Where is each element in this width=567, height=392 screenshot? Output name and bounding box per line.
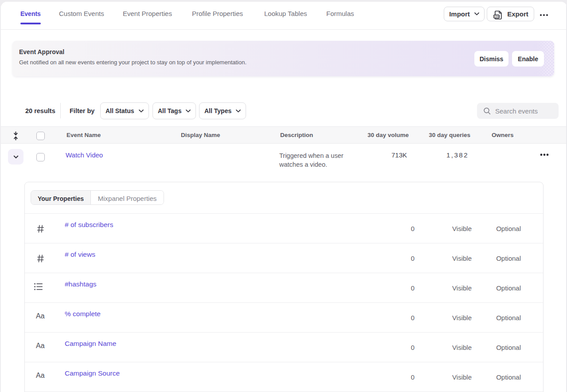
svg-text:CSV: CSV (495, 15, 500, 17)
